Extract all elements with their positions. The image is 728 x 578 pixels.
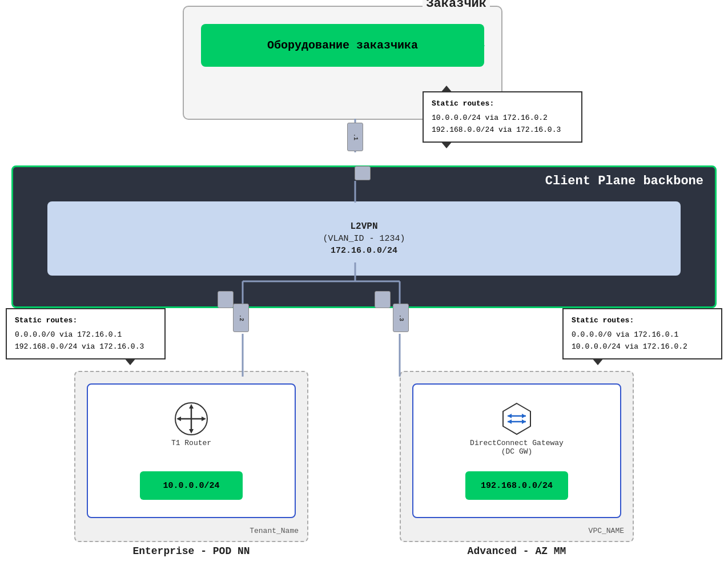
svg-marker-18 [508,414,512,418]
l2vpn-ip: 172.16.0.0/24 [331,246,397,256]
svg-marker-17 [522,414,526,418]
static-routes-top: Static routes: 10.0.0.0/24 via 172.16.0.… [423,91,582,143]
router-label: T1 Router [171,439,211,447]
advanced-vpc: VPC_NAME [589,527,624,535]
port-backbone-right [375,291,391,308]
advanced-title: Advanced - AZ MM [401,545,633,557]
zakazchik-equipment-label: Оборудование заказчика [267,39,418,52]
callout-tail-right [592,358,604,365]
advanced-box: DirectConnect Gateway (DC GW) 192.168.0.… [400,371,634,542]
static-routes-top-route2: 192.168.0.0/24 via 172.16.0.3 [432,124,573,136]
static-routes-left-title: Static routes: [15,315,156,327]
advanced-inner: DirectConnect Gateway (DC GW) 192.168.0.… [412,383,621,518]
l2vpn-label: L2VPN [350,221,377,232]
static-routes-right: Static routes: 0.0.0.0/0 via 172.16.0.1 … [562,308,722,359]
enterprise-inner: T1 Router 10.0.0.0/24 [87,383,296,518]
static-routes-right-route2: 10.0.0.0/24 via 172.16.0.2 [572,341,713,353]
port-2: .2 [233,304,249,332]
port-backbone-entry [355,166,371,180]
svg-marker-21 [508,419,512,424]
svg-marker-14 [202,417,206,421]
advanced-subnet-label: 192.168.0.0/24 [481,481,553,491]
svg-marker-12 [189,429,194,434]
port-backbone-left [218,291,234,308]
enterprise-subnet-box: 10.0.0.0/24 [140,471,243,500]
l2vpn-box: L2VPN (VLAN_ID - 1234) 172.16.0.0/24 [47,201,681,276]
enterprise-tenant: Tenant_Name [250,527,299,535]
port-3: .3 [393,304,409,332]
callout-tail-left [124,358,136,365]
l2vpn-vlan: (VLAN_ID - 1234) [323,234,405,244]
diagram-container: Заказчик Оборудование заказчика Static r… [0,0,728,578]
port-1: .1 [347,123,363,151]
zakazchik-equipment: Оборудование заказчика [201,24,484,67]
static-routes-left: Static routes: 0.0.0.0/0 via 172.16.0.1 … [6,308,166,359]
static-routes-left-route2: 192.168.0.0/24 via 172.16.0.3 [15,341,156,353]
backbone-title: Client Plane backbone [545,174,703,188]
static-routes-top-route1: 10.0.0.0/24 via 172.16.0.2 [432,112,573,124]
static-routes-left-route1: 0.0.0.0/0 via 172.16.0.1 [15,329,156,341]
svg-marker-20 [522,419,526,424]
router-icon [174,402,208,436]
svg-marker-15 [503,403,530,434]
backbone-box: Client Plane backbone L2VPN (VLAN_ID - 1… [11,165,717,308]
dcgw-icon [500,402,534,436]
enterprise-subnet-label: 10.0.0.0/24 [163,481,219,491]
static-routes-right-title: Static routes: [572,315,713,327]
static-routes-right-route1: 0.0.0.0/0 via 172.16.0.1 [572,329,713,341]
enterprise-title: Enterprise - POD NN [75,545,307,557]
svg-marker-11 [189,404,194,409]
static-routes-top-title: Static routes: [432,98,573,110]
zakazchik-title: Заказчик [423,0,490,11]
svg-marker-13 [176,417,181,421]
enterprise-box: T1 Router 10.0.0.0/24 Tenant_Name Enterp… [74,371,308,542]
dcgw-label: DirectConnect Gateway (DC GW) [470,439,564,456]
advanced-subnet-box: 192.168.0.0/24 [465,471,568,500]
